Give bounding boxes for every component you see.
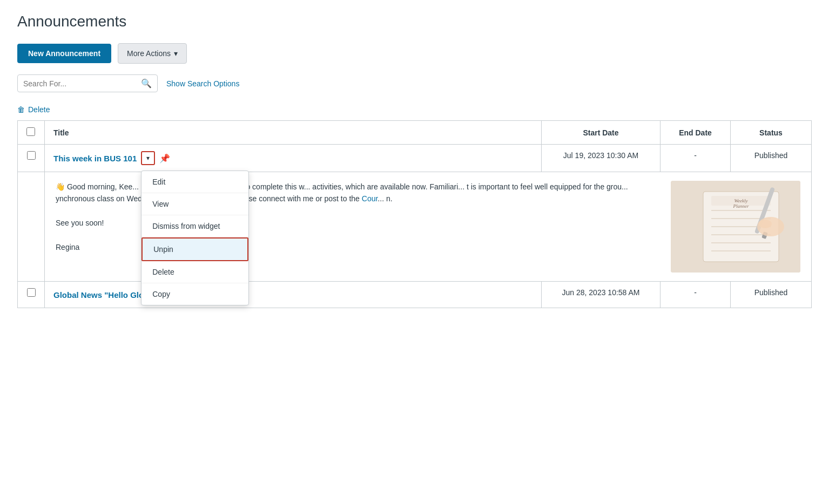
course-link[interactable]: Cour — [362, 194, 378, 203]
dropdown-item-dismiss[interactable]: Dismiss from widget — [141, 215, 248, 237]
expanded-content-row: 👋 Good morning, Kee... nice weekend! Ple… — [18, 172, 812, 282]
row2-start-date: Jun 28, 2023 10:58 AM — [542, 282, 660, 308]
notebook-illustration: Weekly Planner — [671, 181, 800, 273]
dropdown-item-view[interactable]: View — [141, 193, 248, 215]
dropdown-item-delete[interactable]: Delete — [141, 261, 248, 283]
row1-dropdown-chevron-icon: ▾ — [146, 154, 150, 162]
row2-status: Published — [731, 282, 812, 308]
expanded-checkbox-cell — [18, 172, 45, 282]
row2-title-cell: Global News "Hello Globe" ▾ 🌐 — [45, 282, 542, 308]
row1-end-date: - — [660, 145, 731, 172]
delete-bar[interactable]: 🗑 Delete — [17, 105, 812, 114]
page-title: Announcements — [17, 13, 812, 30]
row1-checkbox-cell — [18, 145, 45, 172]
toolbar: New Announcement More Actions ▾ — [17, 43, 812, 64]
search-icon: 🔍 — [141, 78, 152, 88]
announcements-table: Title Start Date End Date Status This we… — [17, 120, 812, 308]
delete-icon: 🗑 — [17, 105, 25, 114]
new-announcement-button[interactable]: New Announcement — [17, 44, 111, 63]
search-input[interactable] — [23, 79, 141, 88]
more-actions-button[interactable]: More Actions ▾ — [118, 43, 187, 64]
row2-checkbox[interactable] — [27, 288, 36, 297]
row1-title-link[interactable]: This week in BUS 101 — [53, 154, 137, 163]
row1-start-date: Jul 19, 2023 10:30 AM — [542, 145, 660, 172]
svg-point-14 — [759, 220, 772, 228]
row1-dropdown-button[interactable]: ▾ — [141, 151, 155, 165]
th-title: Title — [45, 121, 542, 145]
more-actions-label: More Actions — [127, 49, 171, 58]
th-checkbox — [18, 121, 45, 145]
more-actions-chevron-icon: ▾ — [174, 49, 178, 58]
select-all-checkbox[interactable] — [26, 127, 35, 136]
search-box: 🔍 — [17, 74, 158, 92]
row1-pin-icon[interactable]: 📌 — [159, 153, 170, 164]
svg-text:Weekly: Weekly — [734, 198, 747, 203]
row1-dropdown-container: ▾ Edit View Dismiss from widget Unpin De… — [141, 151, 155, 165]
th-status: Status — [731, 121, 812, 145]
dropdown-item-copy[interactable]: Copy — [141, 283, 248, 305]
search-row: 🔍 Show Search Options — [17, 74, 812, 92]
row1-checkbox[interactable] — [27, 151, 36, 160]
table-row-2: Global News "Hello Globe" ▾ 🌐 Jun 28, 20… — [18, 282, 812, 308]
table-row: This week in BUS 101 ▾ Edit View Dismiss… — [18, 145, 812, 172]
th-start-date: Start Date — [542, 121, 660, 145]
table-header-row: Title Start Date End Date Status — [18, 121, 812, 145]
row1-dropdown-menu: Edit View Dismiss from widget Unpin Dele… — [141, 171, 249, 305]
row2-checkbox-cell — [18, 282, 45, 308]
row1-status: Published — [731, 145, 812, 172]
delete-label: Delete — [28, 105, 50, 114]
svg-text:Planner: Planner — [733, 203, 749, 209]
dropdown-item-unpin[interactable]: Unpin — [141, 237, 248, 261]
expanded-image: Weekly Planner — [671, 181, 800, 273]
show-search-options-link[interactable]: Show Search Options — [166, 79, 239, 88]
row1-title-cell: This week in BUS 101 ▾ Edit View Dismiss… — [45, 145, 542, 172]
row2-end-date: - — [660, 282, 731, 308]
th-end-date: End Date — [660, 121, 731, 145]
dropdown-item-edit[interactable]: Edit — [141, 171, 248, 193]
